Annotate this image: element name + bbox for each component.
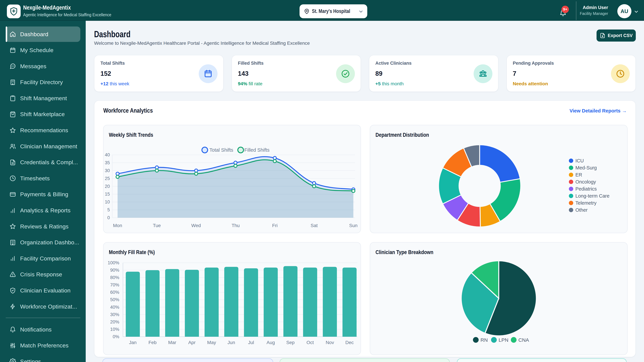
svg-text:15: 15 xyxy=(105,192,110,197)
svg-text:20%: 20% xyxy=(110,320,119,325)
svg-text:Mon: Mon xyxy=(113,223,122,228)
svg-text:70%: 70% xyxy=(110,282,119,287)
svg-text:Telemetry: Telemetry xyxy=(576,200,596,206)
svg-text:Jun: Jun xyxy=(228,340,235,345)
svg-text:40%: 40% xyxy=(110,305,119,310)
svg-text:Feb: Feb xyxy=(148,340,156,345)
svg-text:Oncology: Oncology xyxy=(576,179,596,185)
svg-text:35: 35 xyxy=(105,160,110,165)
svg-text:LPN: LPN xyxy=(498,337,508,343)
svg-text:0%: 0% xyxy=(113,334,119,339)
svg-text:5: 5 xyxy=(107,207,110,212)
svg-text:CNA: CNA xyxy=(518,337,529,343)
svg-text:Mar: Mar xyxy=(168,340,176,345)
svg-text:Oct: Oct xyxy=(306,340,314,345)
svg-text:ER: ER xyxy=(576,172,582,177)
svg-text:Sep: Sep xyxy=(286,340,295,345)
svg-text:Other: Other xyxy=(576,207,588,213)
svg-text:Sat: Sat xyxy=(310,223,318,228)
svg-text:Total Shifts: Total Shifts xyxy=(210,147,233,153)
svg-text:Jan: Jan xyxy=(129,340,136,345)
svg-text:10: 10 xyxy=(105,199,110,204)
svg-text:60%: 60% xyxy=(110,290,119,295)
svg-text:50%: 50% xyxy=(110,297,119,302)
svg-text:Fri: Fri xyxy=(272,223,278,228)
svg-text:10%: 10% xyxy=(110,327,119,332)
svg-text:Tue: Tue xyxy=(153,223,161,228)
svg-text:Sun: Sun xyxy=(349,223,358,228)
svg-text:80%: 80% xyxy=(110,275,119,280)
svg-text:20: 20 xyxy=(105,184,110,189)
svg-text:25: 25 xyxy=(105,176,110,181)
svg-text:100%: 100% xyxy=(108,260,119,265)
svg-text:40: 40 xyxy=(105,152,110,157)
svg-text:Pediatrics: Pediatrics xyxy=(576,186,597,192)
svg-text:Thu: Thu xyxy=(232,223,240,228)
svg-text:RN: RN xyxy=(480,337,488,343)
svg-text:Apr: Apr xyxy=(188,340,196,345)
svg-text:Long-term Care: Long-term Care xyxy=(576,193,610,199)
svg-text:ICU: ICU xyxy=(576,158,584,163)
svg-text:Nov: Nov xyxy=(326,340,334,345)
svg-text:Wed: Wed xyxy=(191,223,201,228)
svg-text:Filled Shifts: Filled Shifts xyxy=(244,147,270,153)
svg-text:30%: 30% xyxy=(110,312,119,317)
svg-text:0: 0 xyxy=(107,215,110,220)
svg-text:Med-Surg: Med-Surg xyxy=(576,165,597,170)
svg-text:Dec: Dec xyxy=(345,340,354,345)
svg-text:Aug: Aug xyxy=(266,340,275,345)
svg-text:May: May xyxy=(207,340,216,345)
svg-text:90%: 90% xyxy=(110,268,119,273)
svg-text:Jul: Jul xyxy=(248,340,254,345)
svg-text:30: 30 xyxy=(105,168,110,173)
